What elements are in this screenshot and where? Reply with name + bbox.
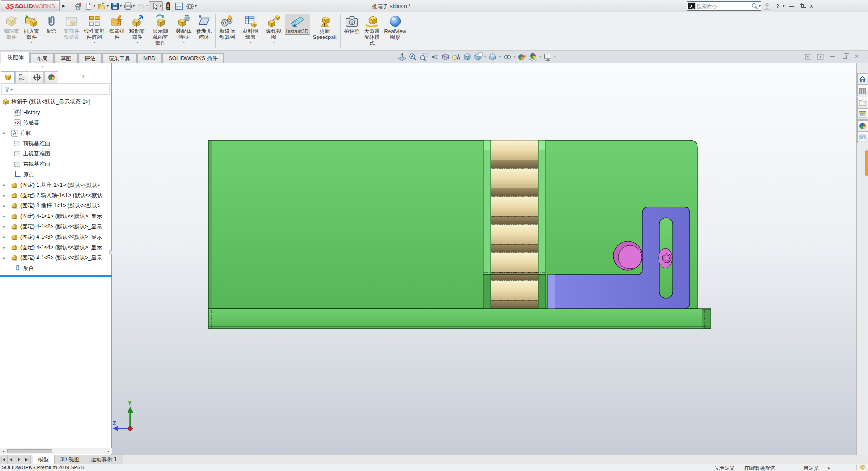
scrollbar-thumb[interactable] bbox=[7, 449, 52, 453]
tab-displaymanager[interactable] bbox=[44, 71, 58, 83]
tree-item-right-plane[interactable]: 右视基准面 bbox=[0, 159, 111, 170]
apply-scene-icon[interactable] bbox=[528, 52, 538, 61]
tab-layout[interactable]: 布局 bbox=[30, 53, 54, 63]
scroll-right-icon[interactable]: ▸ bbox=[105, 449, 112, 453]
taskpane-appearances-button[interactable] bbox=[857, 120, 868, 132]
tab-featuremanager[interactable] bbox=[1, 71, 15, 83]
ribbon-button-insert-components[interactable]: 插入零 部件▾ bbox=[22, 14, 42, 45]
ribbon-button-large-assembly-mode[interactable]: 大型装 配体模 式 bbox=[362, 14, 382, 47]
expand-arrow-icon[interactable]: ▸ bbox=[2, 204, 6, 208]
tree-item-annotations[interactable]: ▸注解 bbox=[0, 128, 111, 138]
ribbon-button-edit-component[interactable]: 编辑零 部件 bbox=[2, 14, 21, 41]
new-document-button[interactable]: ▾ bbox=[83, 2, 96, 11]
tree-item-component-4-1-3[interactable]: ▸(固定) 4-1<3> (默认<<默认>_显示 bbox=[0, 232, 111, 242]
taskpane-view-palette-button[interactable] bbox=[857, 108, 868, 120]
collapse-right-pane-icon[interactable] bbox=[816, 52, 824, 61]
dropdown-caret-icon[interactable]: ▾ bbox=[554, 55, 556, 59]
dynamic-annotations-icon[interactable] bbox=[451, 52, 461, 61]
first-tab-button[interactable] bbox=[0, 455, 8, 464]
dropdown-caret-icon[interactable]: ▾ bbox=[759, 4, 761, 8]
tree-item-component-4-1-2[interactable]: ▸(固定) 4-1<2> (默认<<默认>_显示 bbox=[0, 221, 111, 232]
zoom-fit-icon[interactable] bbox=[408, 52, 417, 61]
dropdown-caret-icon[interactable]: ▾ bbox=[514, 55, 516, 59]
tab-mbd[interactable]: MBD bbox=[137, 53, 162, 63]
expand-arrow-icon[interactable]: ▸ bbox=[2, 235, 6, 239]
taskpane-custom-properties-button[interactable] bbox=[857, 132, 868, 143]
command-search-box[interactable]: ▾ bbox=[687, 1, 761, 11]
collapse-left-pane-icon[interactable] bbox=[804, 52, 812, 61]
select-tool-button[interactable]: ▾ bbox=[149, 1, 163, 11]
tree-item-component-input-shaft[interactable]: ▸(固定) 2.输入轴-1<1> (默认<<默认 bbox=[0, 190, 111, 201]
tree-item-front-plane[interactable]: 前视基准面 bbox=[0, 138, 111, 149]
ribbon-button-update-speedpak[interactable]: 更新 Speedpak bbox=[311, 14, 338, 41]
expand-arrow-icon[interactable]: ▸ bbox=[2, 245, 6, 250]
dropdown-caret-icon[interactable]: ▾ bbox=[499, 55, 501, 59]
normal-to-icon[interactable] bbox=[397, 52, 407, 61]
expand-arrow-icon[interactable]: ▸ bbox=[2, 214, 6, 218]
ribbon-button-new-motion-study[interactable]: 新建运 动算例 bbox=[218, 14, 237, 41]
tab-render-tools[interactable]: 渲染工具 bbox=[102, 53, 137, 63]
view-settings-icon[interactable] bbox=[543, 52, 552, 61]
tree-item-top-plane[interactable]: 上视基准面 bbox=[0, 149, 111, 159]
model-rack-column[interactable] bbox=[491, 140, 538, 309]
assembly-3d-view[interactable]: Y Z bbox=[112, 63, 856, 455]
options-button[interactable]: ▾ bbox=[185, 2, 198, 11]
ribbon-button-instant3d[interactable]: Instant3D bbox=[285, 14, 310, 35]
model-base-bar[interactable] bbox=[208, 309, 711, 329]
panel-collapse-caret-icon[interactable]: ▾ bbox=[42, 65, 43, 69]
tree-horizontal-scrollbar[interactable]: ◂ ▸ bbox=[0, 448, 112, 454]
ribbon-button-component-preview[interactable]: 零部件 预览窗 bbox=[62, 14, 81, 41]
tree-root-assembly[interactable]: 推箱子 (默认<默认_显示状态-1>) bbox=[0, 97, 111, 107]
restore-button[interactable] bbox=[797, 1, 806, 11]
expand-arrow-icon[interactable]: ▸ bbox=[2, 183, 6, 187]
view-orientation-icon[interactable] bbox=[462, 52, 472, 61]
tab-sketch[interactable]: 草图 bbox=[54, 53, 78, 63]
user-account-button[interactable] bbox=[763, 1, 772, 11]
edit-appearance-icon[interactable] bbox=[517, 52, 527, 61]
search-icon[interactable] bbox=[751, 2, 759, 10]
dropdown-caret-icon[interactable]: ▾ bbox=[484, 55, 486, 59]
ribbon-button-realview-graphics[interactable]: RealView 图形 bbox=[383, 14, 408, 41]
section-cube-icon[interactable] bbox=[473, 52, 483, 61]
ribbon-button-bom[interactable]: 材料明 细表▾ bbox=[241, 14, 261, 45]
scroll-left-icon[interactable]: ◂ bbox=[0, 449, 6, 453]
zoom-area-icon[interactable] bbox=[419, 52, 428, 61]
tree-item-component-4-1-5[interactable]: ▸(固定) 4-1<5> (默认<<默认>_显示 bbox=[0, 253, 111, 263]
ribbon-button-take-snapshot[interactable]: 拍快照 bbox=[342, 14, 362, 35]
dropdown-caret-icon[interactable]: ▾ bbox=[540, 55, 541, 59]
home-button[interactable] bbox=[72, 2, 83, 11]
expand-arrow-icon[interactable]: ▸ bbox=[2, 193, 6, 198]
ribbon-button-move-component[interactable]: 移动零 部件▾ bbox=[128, 14, 147, 45]
tree-item-component-4-1-4[interactable]: ▸(固定) 4-1<4> (默认<<默认>_显示 bbox=[0, 242, 111, 253]
properties-button[interactable] bbox=[174, 2, 185, 11]
tab-propertymanager[interactable] bbox=[15, 71, 29, 83]
ribbon-button-assembly-features[interactable]: 装配体 特征▾ bbox=[174, 14, 194, 45]
last-tab-button[interactable] bbox=[23, 455, 31, 464]
doc-restore-button[interactable] bbox=[840, 52, 849, 61]
ribbon-button-reference-geometry[interactable]: 参考几 何体▾ bbox=[194, 14, 214, 45]
expand-arrow-icon[interactable]: ▸ bbox=[2, 256, 6, 260]
ribbon-button-smart-fasteners[interactable]: 智能扣 件 bbox=[108, 14, 127, 41]
tab-configurationmanager[interactable] bbox=[30, 71, 44, 83]
menu-expander-arrow-icon[interactable]: ▶ bbox=[61, 1, 66, 10]
taskpane-design-library-button[interactable] bbox=[857, 85, 868, 96]
search-input[interactable] bbox=[697, 4, 751, 9]
expand-arrow-icon[interactable]: ▸ bbox=[2, 131, 6, 135]
previous-view-icon[interactable] bbox=[430, 52, 439, 61]
customize-button[interactable]: 自定义 bbox=[804, 465, 819, 471]
tree-item-mates[interactable]: 配合 bbox=[0, 263, 111, 273]
ribbon-button-show-hidden[interactable]: 显示隐 藏的零 部件 bbox=[151, 14, 171, 47]
tab-evaluate[interactable]: 评估 bbox=[78, 53, 102, 63]
previous-tab-button[interactable] bbox=[8, 455, 15, 464]
tree-item-component-push-rod[interactable]: ▸(固定) 3.推杆-1<1> (默认<<默认> bbox=[0, 201, 111, 211]
print-button[interactable]: ▾ bbox=[123, 2, 136, 11]
help-caret[interactable]: ▾ bbox=[781, 1, 786, 11]
save-button[interactable]: ▾ bbox=[109, 2, 123, 11]
display-style-icon[interactable] bbox=[488, 52, 498, 61]
model-crank-pin[interactable] bbox=[659, 248, 672, 268]
tree-filter-row[interactable]: ▾ bbox=[1, 85, 110, 95]
doc-close-button[interactable]: × bbox=[853, 52, 861, 61]
doc-minimize-button[interactable] bbox=[828, 52, 836, 61]
doc-tab-motion-study-1[interactable]: 运动算例 1 bbox=[85, 455, 123, 464]
tree-item-origin[interactable]: 原点 bbox=[0, 170, 111, 180]
